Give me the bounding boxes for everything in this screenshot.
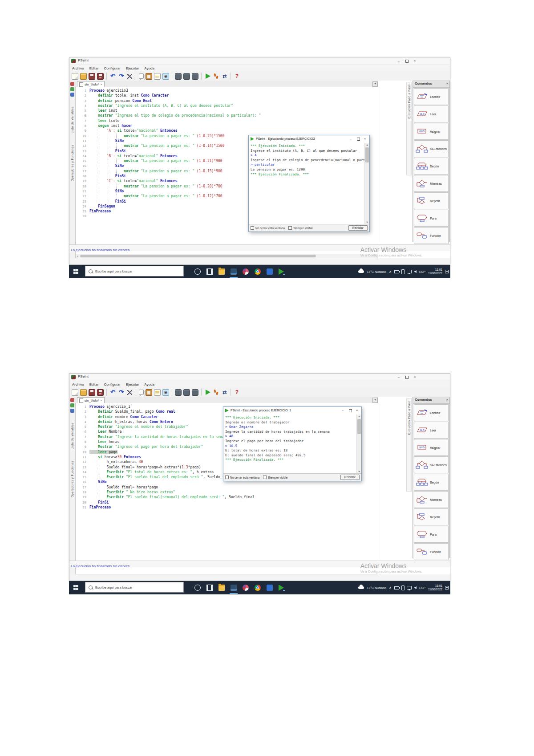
- command-button-mientras[interactable]: Mientras: [414, 175, 449, 192]
- app-dark-icon[interactable]: [231, 585, 237, 591]
- action-center-icon[interactable]: [445, 586, 449, 589]
- panel-close-icon[interactable]: ×: [446, 81, 448, 85]
- scrollbar-thumb[interactable]: [357, 419, 361, 434]
- chrome-icon[interactable]: [255, 268, 261, 275]
- op2-icon[interactable]: [183, 389, 190, 396]
- tab-sin-titulo[interactable]: sin_titulo* ×: [77, 397, 105, 403]
- minimize-icon[interactable]: –: [395, 374, 403, 380]
- menu-item-editar[interactable]: Editar: [89, 382, 99, 386]
- menu-item-ayuda[interactable]: Ayuda: [144, 66, 154, 70]
- paint-icon[interactable]: [243, 585, 249, 591]
- undo-icon[interactable]: [109, 389, 116, 396]
- console-maximize-icon[interactable]: [354, 135, 361, 142]
- pseint-run-icon[interactable]: [279, 585, 284, 591]
- run-icon[interactable]: [204, 73, 211, 80]
- explorer-icon[interactable]: [218, 268, 225, 275]
- weather-icon[interactable]: [358, 270, 364, 273]
- menu-item-editar[interactable]: Editar: [89, 66, 99, 70]
- console-maximize-icon[interactable]: [346, 407, 353, 414]
- chevron-down-icon[interactable]: ▾: [372, 398, 378, 403]
- step-icon[interactable]: [213, 389, 219, 396]
- start-button[interactable]: [73, 585, 79, 590]
- menu-item-ayuda[interactable]: Ayuda: [144, 382, 154, 386]
- command-button-segun[interactable]: Según: [414, 158, 449, 175]
- cortana-icon[interactable]: [194, 268, 201, 275]
- tab-sin-titulo[interactable]: sin_titulo* ×: [77, 81, 105, 87]
- command-button-leer[interactable]: a,bLeer: [414, 106, 449, 122]
- op2-icon[interactable]: [183, 73, 190, 80]
- help-icon[interactable]: [234, 389, 240, 396]
- inspect-icon[interactable]: [162, 73, 169, 80]
- always-visible-checkbox[interactable]: Siempre visible: [263, 476, 287, 479]
- dock-icon[interactable]: [70, 87, 74, 91]
- menu-item-ejecutar[interactable]: Ejecutar: [126, 382, 139, 386]
- taskview-icon[interactable]: [206, 268, 213, 275]
- command-button-escribir[interactable]: Escribir: [414, 404, 449, 421]
- paint-icon[interactable]: [243, 268, 249, 275]
- phone-icon[interactable]: [401, 269, 405, 274]
- save-all-icon[interactable]: [97, 389, 104, 396]
- scrollbar-thumb[interactable]: [365, 147, 369, 163]
- step-icon[interactable]: [213, 73, 219, 80]
- restart-button[interactable]: Reiniciar: [340, 475, 360, 480]
- op1-icon[interactable]: [175, 73, 182, 80]
- app-dark-icon[interactable]: [231, 268, 237, 275]
- dock-icon[interactable]: [70, 398, 74, 402]
- paste-icon[interactable]: [146, 389, 152, 396]
- no-close-checkbox[interactable]: No cerrar esta ventana: [225, 476, 259, 479]
- maximize-icon[interactable]: [403, 374, 411, 380]
- action-center-icon[interactable]: [445, 270, 449, 273]
- new-file-icon[interactable]: [72, 73, 78, 80]
- help-icon[interactable]: [234, 73, 240, 80]
- chevron-down-icon[interactable]: ▾: [372, 81, 378, 87]
- taskbar-search[interactable]: Escribe aquí para buscar: [85, 582, 184, 593]
- redo-icon[interactable]: [118, 73, 125, 80]
- menu-item-archivo[interactable]: Archivo: [72, 66, 84, 70]
- weather-icon[interactable]: [358, 586, 364, 589]
- dock-icon[interactable]: [70, 403, 74, 407]
- command-button-escribir[interactable]: Escribir: [414, 88, 449, 105]
- close-icon[interactable]: ×: [411, 57, 419, 64]
- maximize-icon[interactable]: [403, 57, 411, 64]
- dock-label-operadores-y-funciones[interactable]: Operadores y Funciones: [71, 461, 74, 497]
- undo-icon[interactable]: [109, 73, 116, 80]
- command-button-funcion[interactable]: Función: [414, 227, 449, 244]
- console-minimize-icon[interactable]: –: [347, 135, 354, 142]
- command-button-mientras[interactable]: Mientras: [414, 491, 449, 508]
- tab-close-icon[interactable]: ×: [101, 399, 102, 402]
- speaker-icon[interactable]: [414, 586, 417, 589]
- open-file-icon[interactable]: [80, 73, 87, 80]
- taskbar-clock[interactable]: 15:01 11/06/2022: [428, 584, 442, 591]
- command-button-para[interactable]: Para: [414, 526, 449, 543]
- menu-item-configurar[interactable]: Configurar: [104, 66, 121, 70]
- cut-icon[interactable]: [126, 73, 133, 80]
- command-button-asignar[interactable]: a=bAsignar: [414, 123, 449, 140]
- taskbar-clock[interactable]: 15:01 11/06/2022: [428, 268, 442, 275]
- command-button-si-entonces[interactable]: Si-Entonces: [414, 140, 449, 157]
- new-file-icon[interactable]: [72, 389, 78, 396]
- scrollbar-thumb[interactable]: [80, 255, 316, 257]
- command-button-si-entonces[interactable]: Si-Entonces: [414, 456, 449, 473]
- copy-icon[interactable]: [139, 73, 144, 79]
- console-scrollbar[interactable]: ▲ ▼: [364, 143, 369, 224]
- command-button-segun[interactable]: Según: [414, 474, 449, 491]
- op1-icon[interactable]: [175, 389, 182, 396]
- console-minimize-icon[interactable]: –: [339, 407, 346, 414]
- language-indicator[interactable]: ESP: [419, 586, 425, 589]
- dock-icon[interactable]: [70, 82, 74, 86]
- dock-label-lista-de-variables[interactable]: Lista de Variables: [71, 106, 74, 133]
- tray-chevron-icon[interactable]: ∧: [389, 270, 392, 274]
- dock-icon[interactable]: [70, 409, 74, 413]
- paste-icon[interactable]: [146, 73, 152, 80]
- dock-label-operadores-y-funciones[interactable]: Operadores y Funciones: [71, 145, 74, 181]
- tray-chevron-icon[interactable]: ∧: [389, 586, 392, 590]
- dock-icon[interactable]: [70, 93, 74, 97]
- tab-close-icon[interactable]: ×: [101, 83, 102, 86]
- cortana-icon[interactable]: [194, 585, 201, 591]
- dock-label-lista-de-variables[interactable]: Lista de Variables: [71, 423, 74, 449]
- blue-app-icon[interactable]: [267, 585, 273, 591]
- taskbar-search[interactable]: Escribe aquí para buscar: [85, 266, 184, 276]
- cut-icon[interactable]: [126, 389, 133, 396]
- dock-label-ejecucion-paso-a-paso[interactable]: Ejecución Paso a Paso: [408, 400, 411, 435]
- doc-icon[interactable]: [154, 73, 161, 80]
